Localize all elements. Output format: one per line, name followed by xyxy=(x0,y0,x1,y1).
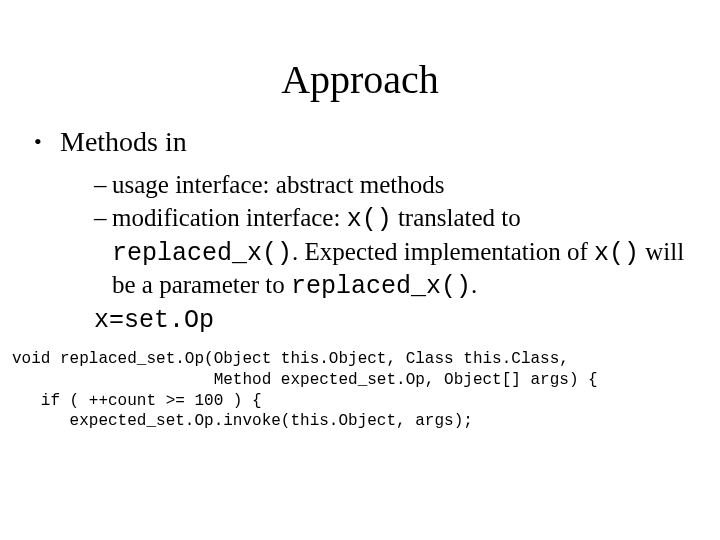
code-line: void replaced_set.Op(Object this.Object,… xyxy=(12,350,569,368)
slide-body: • Methods in –usage interface: abstract … xyxy=(0,125,720,337)
sub-text-seg: translated to xyxy=(392,204,521,231)
sub-text-seg: . xyxy=(471,271,477,298)
bullet-item: • Methods in xyxy=(34,125,700,159)
bullet-text: Methods in xyxy=(60,125,187,159)
code-inline: x() xyxy=(594,239,639,268)
sub-text-seg: . Expected implementation of xyxy=(292,238,594,265)
sub-list: –usage interface: abstract methods –modi… xyxy=(34,169,700,303)
code-block: void replaced_set.Op(Object this.Object,… xyxy=(0,337,720,432)
code-line: if ( ++count >= 100 ) { xyxy=(12,392,262,410)
slide: Approach • Methods in –usage interface: … xyxy=(0,0,720,540)
sub-item: –usage interface: abstract methods xyxy=(94,169,700,201)
identifier-line: x=set.Op xyxy=(34,305,700,338)
code-inline: replaced_x() xyxy=(112,239,292,268)
bullet-icon: • xyxy=(34,125,60,155)
dash-icon: – xyxy=(94,202,112,234)
code-line: Method expected_set.Op, Object[] args) { xyxy=(12,371,598,389)
code-inline: replaced_x() xyxy=(291,272,471,301)
sub-text: usage interface: abstract methods xyxy=(112,171,445,198)
dash-icon: – xyxy=(94,169,112,201)
code-line: expected_set.Op.invoke(this.Object, args… xyxy=(12,412,473,430)
sub-text-seg: modification interface: xyxy=(112,204,347,231)
code-inline: x() xyxy=(347,205,392,234)
slide-title: Approach xyxy=(0,0,720,125)
sub-item: –modification interface: x() translated … xyxy=(94,202,700,303)
